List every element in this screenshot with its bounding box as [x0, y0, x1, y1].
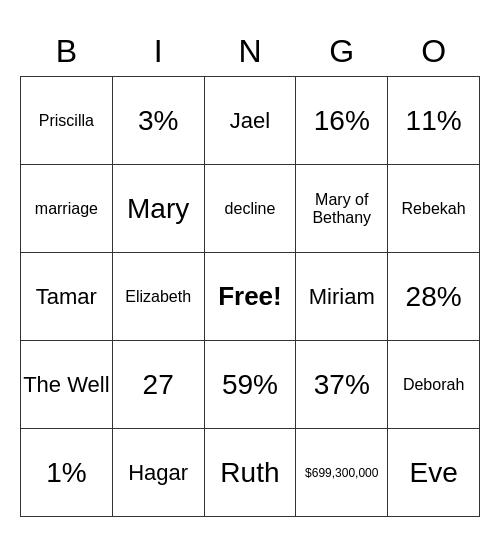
bingo-card: BINGO Priscilla3%Jael16%11%marriageMaryd…	[20, 27, 480, 518]
bingo-cell-3-4: Deborah	[388, 341, 480, 429]
header-letter-i: I	[112, 27, 204, 77]
bingo-header-row: BINGO	[21, 27, 480, 77]
bingo-cell-3-3: 37%	[296, 341, 388, 429]
bingo-cell-4-1: Hagar	[112, 429, 204, 517]
bingo-cell-0-0: Priscilla	[21, 77, 113, 165]
bingo-cell-0-2: Jael	[204, 77, 296, 165]
bingo-cell-3-2: 59%	[204, 341, 296, 429]
bingo-cell-2-3: Miriam	[296, 253, 388, 341]
bingo-cell-1-1: Mary	[112, 165, 204, 253]
header-letter-n: N	[204, 27, 296, 77]
bingo-row-1: marriageMarydeclineMary of BethanyRebeka…	[21, 165, 480, 253]
bingo-cell-4-3: $699,300,000	[296, 429, 388, 517]
header-letter-b: B	[21, 27, 113, 77]
bingo-cell-2-2: Free!	[204, 253, 296, 341]
bingo-cell-3-0: The Well	[21, 341, 113, 429]
bingo-cell-1-0: marriage	[21, 165, 113, 253]
header-letter-o: O	[388, 27, 480, 77]
bingo-cell-1-3: Mary of Bethany	[296, 165, 388, 253]
bingo-row-4: 1%HagarRuth$699,300,000Eve	[21, 429, 480, 517]
bingo-row-2: TamarElizabethFree!Miriam28%	[21, 253, 480, 341]
header-letter-g: G	[296, 27, 388, 77]
bingo-cell-2-1: Elizabeth	[112, 253, 204, 341]
bingo-cell-4-2: Ruth	[204, 429, 296, 517]
bingo-cell-0-4: 11%	[388, 77, 480, 165]
bingo-cell-2-4: 28%	[388, 253, 480, 341]
bingo-cell-1-4: Rebekah	[388, 165, 480, 253]
bingo-cell-0-1: 3%	[112, 77, 204, 165]
bingo-row-0: Priscilla3%Jael16%11%	[21, 77, 480, 165]
bingo-cell-2-0: Tamar	[21, 253, 113, 341]
bingo-cell-1-2: decline	[204, 165, 296, 253]
bingo-cell-4-4: Eve	[388, 429, 480, 517]
bingo-cell-0-3: 16%	[296, 77, 388, 165]
bingo-row-3: The Well2759%37%Deborah	[21, 341, 480, 429]
bingo-cell-3-1: 27	[112, 341, 204, 429]
bingo-cell-4-0: 1%	[21, 429, 113, 517]
